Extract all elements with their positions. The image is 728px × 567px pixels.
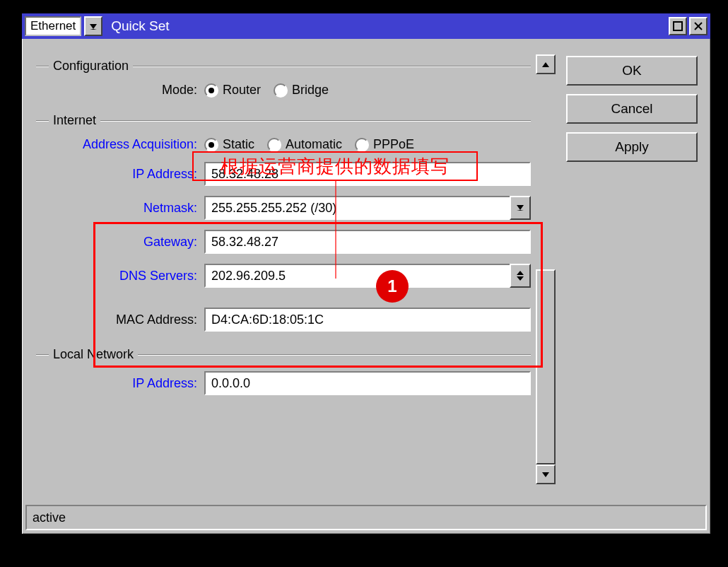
- mac-row: MAC Address: D4:CA:6D:18:05:1C: [36, 308, 531, 332]
- ok-button[interactable]: OK: [566, 56, 698, 86]
- radio-icon: [204, 138, 218, 152]
- netmask-dropdown-icon[interactable]: [510, 196, 531, 220]
- status-bar: active: [25, 505, 707, 530]
- status-text: active: [33, 510, 66, 525]
- mode-bridge-label: Bridge: [292, 83, 329, 98]
- addr-acq-pppoe-radio[interactable]: PPPoE: [355, 137, 414, 152]
- vertical-scrollbar[interactable]: [536, 54, 556, 484]
- mode-router-label: Router: [223, 83, 261, 98]
- apply-button[interactable]: Apply: [566, 132, 698, 162]
- scroll-down-icon[interactable]: [536, 464, 556, 484]
- group-local-network-label: Local Network: [49, 347, 138, 362]
- addr-acq-automatic-radio[interactable]: Automatic: [267, 137, 342, 152]
- quickset-window: Ethernet Quick Set Configuration: [21, 13, 711, 534]
- main-panel: Configuration Mode: Router Bridge: [36, 54, 556, 484]
- mac-input[interactable]: D4:CA:6D:18:05:1C: [204, 308, 531, 332]
- scroll-up-icon[interactable]: [536, 54, 556, 74]
- netmask-value: 255.255.255.252 (/30): [211, 201, 336, 216]
- mode-row: Mode: Router Bridge: [36, 83, 531, 98]
- titlebar: Ethernet Quick Set: [22, 13, 710, 39]
- mode-select-value: Ethernet: [30, 19, 76, 33]
- mac-label: MAC Address:: [36, 312, 204, 327]
- ip-input[interactable]: 58.32.48.28: [204, 162, 531, 186]
- gateway-row: Gateway: 58.32.48.27: [36, 230, 531, 254]
- radio-icon: [204, 83, 218, 98]
- scroll-area: Configuration Mode: Router Bridge: [36, 54, 531, 484]
- addr-acq-automatic-label: Automatic: [286, 137, 342, 152]
- close-button[interactable]: [689, 17, 708, 35]
- mode-router-radio[interactable]: Router: [204, 83, 261, 98]
- dns-label: DNS Servers:: [36, 269, 204, 284]
- local-ip-value: 0.0.0.0: [211, 376, 250, 391]
- minimize-button[interactable]: [669, 17, 687, 35]
- addr-acq-label: Address Acquisition:: [36, 137, 204, 152]
- ip-row: IP Address: 58.32.48.28: [36, 162, 531, 186]
- group-configuration: Configuration: [36, 59, 531, 73]
- group-internet: Internet: [36, 113, 531, 127]
- local-ip-label: IP Address:: [36, 376, 204, 391]
- svg-rect-0: [674, 22, 682, 30]
- netmask-input[interactable]: 255.255.255.252 (/30): [204, 196, 511, 220]
- dns-row: DNS Servers: 202.96.209.5: [36, 264, 531, 288]
- addr-acq-row: Address Acquisition: Static Automatic: [36, 137, 531, 152]
- mac-value: D4:CA:6D:18:05:1C: [211, 312, 324, 327]
- side-buttons: OK Cancel Apply: [566, 56, 698, 162]
- window-title: Quick Set: [111, 18, 664, 34]
- mode-select[interactable]: Ethernet: [25, 16, 81, 36]
- gateway-value: 58.32.48.27: [211, 235, 278, 250]
- group-internet-label: Internet: [49, 113, 100, 128]
- local-ip-input[interactable]: 0.0.0.0: [204, 371, 531, 395]
- close-icon: [693, 21, 703, 31]
- mode-select-dropdown-icon[interactable]: [84, 16, 102, 36]
- gateway-input[interactable]: 58.32.48.27: [204, 230, 531, 254]
- ip-label: IP Address:: [36, 167, 204, 182]
- radio-icon: [355, 138, 369, 152]
- dns-value: 202.96.209.5: [211, 269, 286, 284]
- local-ip-row: IP Address: 0.0.0.0: [36, 371, 531, 395]
- dns-input[interactable]: 202.96.209.5: [204, 264, 511, 288]
- dns-spinner-icon[interactable]: [510, 264, 531, 288]
- scroll-thumb[interactable]: [536, 269, 556, 464]
- addr-acq-static-radio[interactable]: Static: [204, 137, 254, 152]
- radio-icon: [274, 83, 288, 98]
- addr-acq-pppoe-label: PPPoE: [373, 137, 414, 152]
- cancel-button[interactable]: Cancel: [566, 94, 698, 124]
- group-local-network: Local Network: [36, 347, 531, 361]
- mode-bridge-radio[interactable]: Bridge: [274, 83, 329, 98]
- netmask-label: Netmask:: [36, 201, 204, 216]
- scroll-track[interactable]: [536, 74, 556, 464]
- minimize-icon: [673, 21, 683, 31]
- mode-label: Mode:: [36, 83, 204, 98]
- client-area: Configuration Mode: Router Bridge: [22, 39, 710, 534]
- addr-acq-static-label: Static: [223, 137, 254, 152]
- radio-icon: [267, 138, 281, 152]
- group-configuration-label: Configuration: [49, 59, 133, 74]
- gateway-label: Gateway:: [36, 235, 204, 250]
- ip-value: 58.32.48.28: [211, 167, 278, 182]
- netmask-row: Netmask: 255.255.255.252 (/30): [36, 196, 531, 220]
